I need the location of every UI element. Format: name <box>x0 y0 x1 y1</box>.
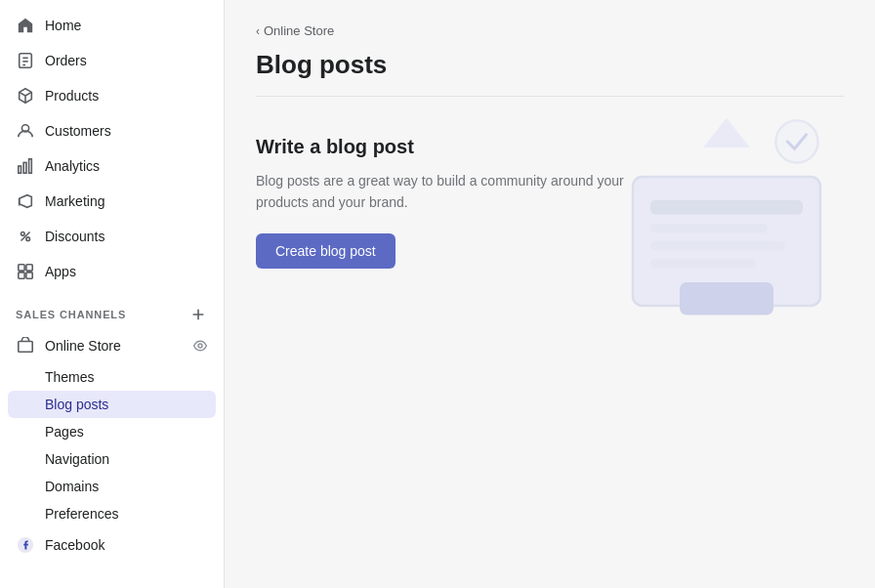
sidebar: Home Orders Products Customers Analytics <box>0 0 225 588</box>
svg-rect-25 <box>650 241 785 251</box>
empty-state-illustration <box>609 106 844 341</box>
svg-rect-16 <box>26 265 32 271</box>
svg-rect-10 <box>29 159 32 173</box>
apps-icon <box>16 262 35 281</box>
svg-rect-17 <box>19 273 24 278</box>
sidebar-item-products[interactable]: Products <box>0 78 224 113</box>
sidebar-item-home[interactable]: Home <box>0 8 224 43</box>
svg-point-12 <box>21 232 25 236</box>
sales-channels-header: SALES CHANNELS <box>0 289 224 328</box>
page-divider <box>256 96 844 97</box>
sidebar-item-discounts[interactable]: Discounts <box>0 219 224 254</box>
content-wrapper: Write a blog post Blog posts are a great… <box>256 136 844 269</box>
online-store-visibility-icon[interactable] <box>192 338 208 354</box>
svg-rect-15 <box>19 265 24 271</box>
sidebar-item-customers[interactable]: Customers <box>0 113 224 148</box>
add-sales-channel-button[interactable] <box>188 305 208 324</box>
svg-point-13 <box>26 237 30 241</box>
customers-icon <box>16 121 35 141</box>
breadcrumb: ‹ Online Store <box>256 23 844 38</box>
sidebar-item-marketing[interactable]: Marketing <box>0 184 224 219</box>
svg-rect-27 <box>680 282 773 315</box>
main-content: ‹ Online Store Blog posts Write a blog p… <box>225 0 875 588</box>
svg-line-5 <box>20 92 25 96</box>
products-icon <box>16 86 35 105</box>
svg-rect-18 <box>26 273 32 278</box>
sub-nav-item-domains[interactable]: Domains <box>0 473 224 500</box>
online-store-icon <box>16 336 35 356</box>
svg-line-6 <box>25 92 31 96</box>
empty-state-description: Blog posts are a great way to build a co… <box>256 170 646 214</box>
svg-point-20 <box>198 344 202 348</box>
sidebar-item-apps[interactable]: Apps <box>0 254 224 289</box>
sidebar-item-orders[interactable]: Orders <box>0 43 224 78</box>
sidebar-item-online-store[interactable]: Online Store <box>0 328 224 363</box>
svg-line-14 <box>21 232 30 241</box>
sub-nav-item-preferences[interactable]: Preferences <box>0 500 224 527</box>
breadcrumb-chevron-icon: ‹ <box>256 24 260 38</box>
breadcrumb-online-store[interactable]: Online Store <box>264 23 334 38</box>
svg-rect-23 <box>650 200 803 214</box>
sub-nav-item-navigation[interactable]: Navigation <box>0 445 224 473</box>
svg-rect-9 <box>23 162 26 173</box>
sidebar-item-facebook[interactable]: Facebook <box>0 527 224 563</box>
svg-rect-26 <box>650 259 756 269</box>
sub-nav-item-themes[interactable]: Themes <box>0 363 224 391</box>
analytics-icon <box>16 156 35 176</box>
empty-state-title: Write a blog post <box>256 136 414 158</box>
online-store-sub-nav: Themes Blog posts Pages Navigation Domai… <box>0 363 224 527</box>
home-icon <box>16 16 35 35</box>
empty-state: Write a blog post Blog posts are a great… <box>256 136 646 269</box>
page-title: Blog posts <box>256 50 844 80</box>
sub-nav-item-pages[interactable]: Pages <box>0 418 224 445</box>
sidebar-item-analytics[interactable]: Analytics <box>0 148 224 184</box>
discounts-icon <box>16 227 35 246</box>
marketing-icon <box>16 191 35 211</box>
svg-rect-19 <box>19 342 32 353</box>
svg-rect-24 <box>650 224 768 233</box>
orders-icon <box>16 51 35 70</box>
facebook-icon <box>16 535 35 555</box>
svg-point-28 <box>775 120 817 162</box>
create-blog-post-button[interactable]: Create blog post <box>256 233 396 269</box>
svg-rect-8 <box>19 166 21 173</box>
sub-nav-item-blog-posts[interactable]: Blog posts <box>8 391 216 418</box>
